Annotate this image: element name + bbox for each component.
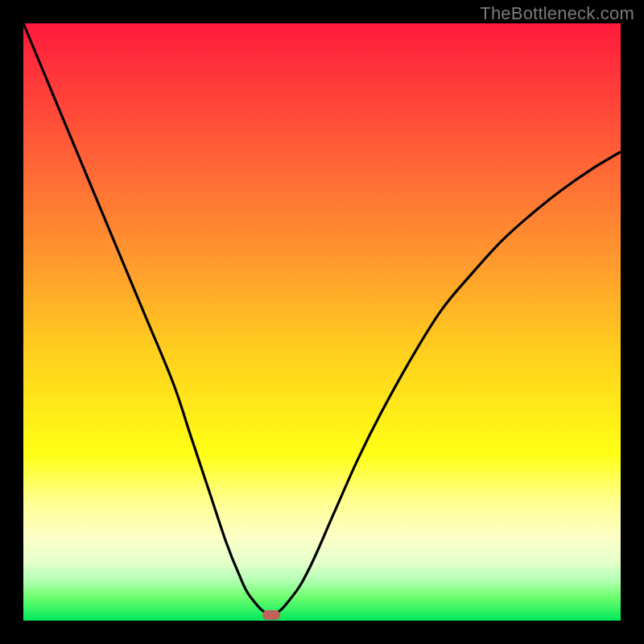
curve-line: [23, 23, 621, 615]
watermark-text: TheBottleneck.com: [480, 3, 634, 24]
optimal-point-marker: [262, 610, 280, 620]
chart-plot-area: [23, 23, 621, 621]
bottleneck-curve: [23, 23, 621, 621]
